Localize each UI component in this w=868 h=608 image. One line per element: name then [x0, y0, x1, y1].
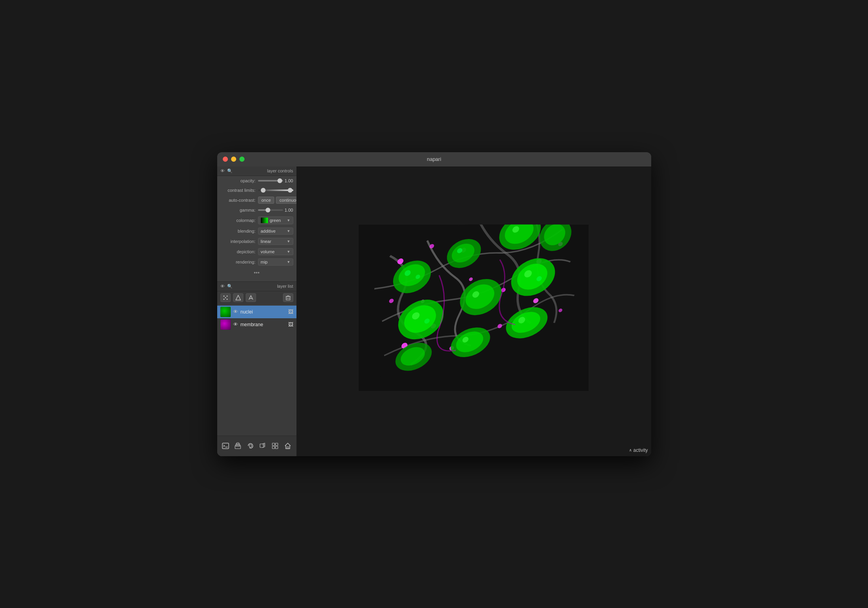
svg-rect-16 [249, 445, 252, 447]
blending-row: blending: additive ▼ [217, 226, 296, 236]
rendering-chevron-icon: ▼ [287, 260, 291, 264]
colormap-dropdown[interactable]: green ▼ [258, 216, 293, 224]
interpolation-value: linear [261, 239, 287, 244]
minimize-button[interactable] [231, 157, 236, 162]
activity-label: activity [633, 447, 648, 453]
opacity-label: opacity: [220, 178, 258, 183]
svg-rect-23 [275, 446, 278, 449]
svg-rect-17 [260, 444, 264, 447]
opacity-row: opacity: 1.00 [217, 176, 296, 185]
interpolation-chevron-icon: ▼ [287, 239, 291, 243]
activity-bar[interactable]: ∧ activity [629, 447, 648, 453]
svg-rect-10 [222, 443, 229, 449]
rendering-value: mip [261, 260, 287, 264]
layer-controls-panel: 👁 🔍 layer controls opacity: 1.00 [217, 166, 296, 282]
close-button[interactable] [223, 157, 228, 162]
activity-chevron-icon: ∧ [629, 448, 632, 452]
eye-icon[interactable]: 👁 [220, 168, 225, 173]
window-controls [223, 157, 245, 162]
auto-contrast-row: auto-contrast: once continuous [217, 195, 296, 205]
contrast-limits-label: contrast limits: [220, 188, 258, 193]
gamma-row: gamma: 1.00 [217, 205, 296, 215]
blending-dropdown[interactable]: additive ▼ [258, 228, 293, 235]
gamma-slider[interactable] [258, 209, 283, 211]
svg-point-0 [223, 295, 224, 296]
rotate-3d-button[interactable] [246, 439, 255, 453]
rendering-dropdown[interactable]: mip ▼ [258, 258, 293, 266]
nuclei-thumbnail [220, 307, 231, 317]
layers-container: 👁 nuclei 🖼 👁 membrane 🖼 [217, 304, 296, 436]
layer-toolbar [217, 291, 296, 304]
interpolation-dropdown[interactable]: linear ▼ [258, 238, 293, 245]
opacity-slider[interactable] [258, 180, 283, 182]
auto-contrast-label: auto-contrast: [220, 198, 258, 203]
depiction-value: volume [261, 249, 287, 254]
layer-list-search-icon[interactable]: 🔍 [227, 284, 233, 289]
layer-controls-title: layer controls [267, 168, 293, 173]
svg-marker-5 [236, 295, 241, 300]
maximize-button[interactable] [239, 157, 245, 162]
membrane-layer-type-icon: 🖼 [288, 321, 293, 327]
membrane-thumbnail [220, 319, 231, 330]
colormap-chevron-icon: ▼ [287, 218, 291, 222]
layer-list-title: layer list [277, 284, 293, 289]
grid-view-button[interactable] [271, 439, 280, 453]
colormap-value: green [270, 218, 287, 223]
rendering-label: rendering: [220, 260, 258, 264]
depiction-dropdown[interactable]: volume ▼ [258, 248, 293, 255]
nuclei-visibility-icon[interactable]: 👁 [233, 309, 238, 315]
points-tool-button[interactable] [220, 293, 231, 302]
blending-value: additive [261, 229, 287, 233]
svg-point-1 [226, 295, 228, 296]
left-panel: 👁 🔍 layer controls opacity: 1.00 [217, 166, 296, 456]
contrast-limits-slider[interactable] [258, 189, 293, 191]
svg-point-4 [225, 297, 226, 298]
blending-label: blending: [220, 229, 258, 233]
terminal-button[interactable] [221, 439, 230, 453]
delete-layer-button[interactable] [283, 293, 293, 302]
header-icons: 👁 🔍 [220, 168, 233, 174]
once-button[interactable]: once [258, 197, 275, 204]
viewport[interactable]: ∧ activity [296, 166, 651, 456]
nuclei-layer-type-icon: 🖼 [288, 309, 293, 315]
blending-chevron-icon: ▼ [287, 229, 291, 233]
2d-3d-toggle-button[interactable] [258, 439, 267, 453]
svg-rect-21 [275, 443, 278, 445]
layer-list-section: 👁 🔍 layer list [217, 282, 296, 456]
magnify-icon[interactable]: 🔍 [227, 168, 233, 174]
layer-list-header: 👁 🔍 layer list [217, 282, 296, 291]
membrane-visibility-icon[interactable]: 👁 [233, 321, 238, 327]
bottom-toolbar [217, 436, 296, 456]
gamma-value: 1.00 [285, 208, 293, 212]
layer-item-nuclei[interactable]: 👁 nuclei 🖼 [217, 306, 296, 318]
opacity-value: 1.00 [285, 178, 293, 183]
svg-rect-22 [272, 446, 275, 449]
depiction-row: depiction: volume ▼ [217, 247, 296, 257]
viewport-canvas: ∧ activity [296, 166, 651, 456]
layer-list-header-icons: 👁 🔍 [220, 284, 233, 289]
depiction-label: depiction: [220, 249, 258, 254]
app-window: napari 👁 🔍 layer controls opacity: [217, 152, 651, 456]
labels-tool-button[interactable] [246, 293, 256, 302]
cube-layers-button[interactable] [233, 439, 243, 453]
layer-item-membrane[interactable]: 👁 membrane 🖼 [217, 318, 296, 331]
interpolation-row: interpolation: linear ▼ [217, 236, 296, 247]
microscopy-visualization [359, 225, 589, 391]
colormap-label: colormap: [220, 218, 258, 223]
more-options[interactable]: ••• [217, 267, 296, 278]
svg-rect-20 [272, 443, 275, 445]
svg-point-2 [223, 298, 224, 300]
depiction-chevron-icon: ▼ [287, 250, 291, 254]
titlebar: napari [217, 152, 651, 166]
rendering-row: rendering: mip ▼ [217, 257, 296, 267]
layer-controls-header: 👁 🔍 layer controls [217, 166, 296, 176]
gamma-label: gamma: [220, 208, 258, 212]
app-title: napari [427, 156, 441, 162]
colormap-row: colormap: green ▼ [217, 215, 296, 226]
svg-rect-6 [286, 296, 290, 300]
main-content: 👁 🔍 layer controls opacity: 1.00 [217, 166, 651, 456]
contrast-limits-row: contrast limits: [217, 185, 296, 195]
shapes-tool-button[interactable] [233, 293, 243, 302]
layer-list-eye-icon[interactable]: 👁 [220, 284, 225, 289]
home-button[interactable] [283, 439, 292, 453]
